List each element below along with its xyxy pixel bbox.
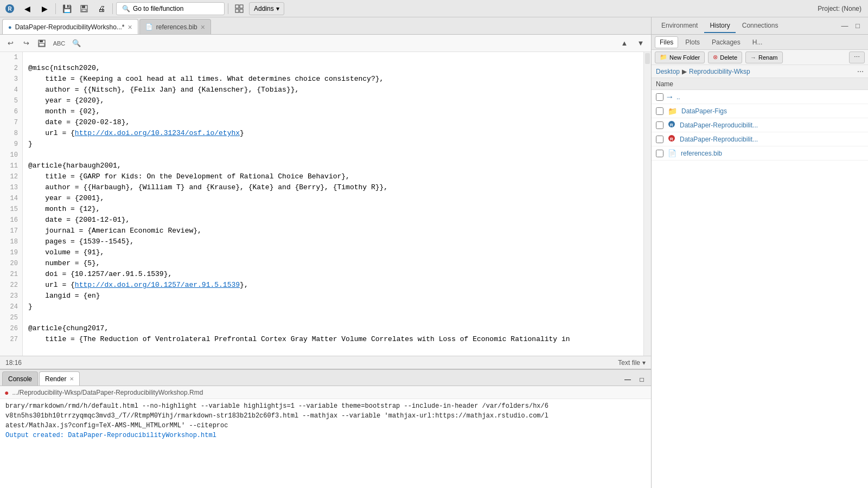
rename-icon: → [750,54,756,61]
find-button[interactable]: 🔍 [69,37,84,50]
tab-console[interactable]: Console [2,371,38,386]
print-button[interactable]: 🖨 [94,2,109,15]
code-line-22: url = {http://dx.doi.org/10.1257/aer.91.… [28,280,638,291]
new-folder-label: New Folder [669,54,700,61]
scroll-up-button[interactable]: ▲ [617,37,631,50]
tab-environment[interactable]: Environment [656,19,703,33]
checkbox-refs[interactable] [656,150,663,157]
rmd-blue-icon: R [668,120,675,130]
breadcrumb-sep1: ▶ [682,68,687,75]
addins-button[interactable]: Addins ▾ [249,2,284,15]
tab-bib-close[interactable]: × [201,23,205,31]
forward-button[interactable]: ▶ [37,2,52,15]
code-line-2: @misc{nitsch2020, [28,63,638,74]
grid-button[interactable] [232,2,247,15]
editor-save-button[interactable] [35,37,49,50]
delete-button[interactable]: ⊗ Delete [708,52,742,63]
code-line-10 [28,150,638,160]
history-tab-label: History [710,22,730,29]
code-line-20: number = {5}, [28,258,638,269]
bib-file-icon: 📄 [668,149,676,157]
separator3 [228,3,228,14]
code-line-18: pages = {1539--1545}, [28,236,638,247]
goto-label: Go to file/function [133,5,183,12]
render-tab-close[interactable]: × [69,375,74,383]
file-type-arrow: ▾ [642,359,646,367]
breadcrumb-more[interactable]: ⋯ [857,68,864,75]
maximize-console-button[interactable]: □ [636,374,648,386]
checkbox-datafigs[interactable] [656,107,663,115]
tab-files[interactable]: Files [655,36,678,48]
svg-rect-3 [82,5,85,8]
checkbox-repro1[interactable] [656,121,663,129]
code-url-link[interactable]: http://dx.doi.org/10.31234/osf.io/etyhx [75,129,240,137]
code-url-link[interactable]: http://dx.doi.org/10.1257/aer.91.5.1539 [75,281,240,289]
file-item-datafigs[interactable]: 📁 DataPaper-Figs [652,104,868,118]
checkbox-dotdot[interactable] [656,93,663,101]
editor-panel: ● DataPaper-ReproducibilityWorksho...* ×… [0,17,651,369]
code-line-23: langid = {en} [28,291,638,301]
rename-label: Renam [758,54,777,61]
repro2-label: DataPaper-Reproducibilit... [680,136,758,143]
save-all-button[interactable] [76,2,92,15]
tab-history[interactable]: History [704,19,735,33]
save-button[interactable]: 💾 [59,2,74,15]
scrollbar[interactable] [643,52,651,356]
tab-help[interactable]: H... [748,36,768,48]
more-button[interactable]: ⋯ [849,52,865,63]
undo-button[interactable]: ↩ [3,37,17,50]
refs-label: references.bib [681,150,722,157]
console-output: brary/rmarkdown/rmd/h/default.html --no-… [0,399,651,488]
new-folder-button[interactable]: 📁 New Folder [655,52,705,63]
checkbox-repro2[interactable] [656,136,663,143]
code-line-6: month = {02}, [28,106,638,117]
file-item-dotdot[interactable]: ↑ .. [652,90,868,104]
cursor-position: 18:16 [5,359,22,367]
tab-connections[interactable]: Connections [737,19,784,33]
tab-packages[interactable]: Packages [707,36,745,48]
console-line: atest/MathJax.js?config=TeX-AMS-MML_HTML… [5,421,646,431]
minimize-right-button[interactable]: — [839,20,851,32]
file-item-refs[interactable]: 📄 references.bib [652,146,868,160]
file-type-label: Text file [618,359,640,367]
code-line-16: date = {2001-12-01}, [28,215,638,226]
top-toolbar: R ◀ ▶ 💾 🖨 🔍 Go to file/function Addins ▾… [0,0,868,17]
maximize-right-button[interactable]: □ [852,20,864,32]
code-editor[interactable]: 1234567891011121314151617181920212223242… [0,52,651,356]
folder-icon: 📁 [668,107,677,115]
code-line-4: author = {{Nitsch}, {Felix Jan} and {Kal… [28,85,638,95]
breadcrumb: Desktop ▶ Reproducibility-Wksp ⋯ [652,65,868,78]
tab-rmd-close[interactable]: × [128,23,132,31]
code-content[interactable]: @misc{nitsch2020, title = {Keeping a coo… [23,52,643,356]
rename-button[interactable]: → Renam [745,52,782,63]
minimize-console-button[interactable]: — [622,374,634,386]
tab-bib[interactable]: 📄 references.bib × [139,19,211,34]
r-icon-button[interactable]: R [2,2,17,15]
file-list-header: Name [652,78,868,90]
tab-rmd[interactable]: ● DataPaper-ReproducibilityWorksho...* × [2,19,138,34]
svg-rect-6 [240,5,243,8]
tab-plots[interactable]: Plots [680,36,705,48]
tab-render[interactable]: Render × [39,371,80,386]
code-line-21: doi = {10.1257/aer.91.5.1539}, [28,269,638,280]
file-item-repro1[interactable]: R DataPaper-Reproducibilit... [652,118,868,132]
breadcrumb-home[interactable]: Desktop [656,68,680,75]
goto-file-button[interactable]: 🔍 Go to file/function [116,2,225,15]
console-path-bar: ● .../Reproducibility-Wksp/DataPaper-Rep… [0,386,651,399]
back-button[interactable]: ◀ [20,2,35,15]
addins-label: Addins [254,5,274,12]
tab-bib-label: references.bib [156,23,197,31]
spell-check-button[interactable]: ABC [50,37,68,50]
rmd-icon: ● [8,24,12,30]
console-line: v8tn5hs301bh10trrzyqmqc3mvd3_/T//RtmpM0Y… [5,411,646,421]
file-item-repro2[interactable]: R DataPaper-Reproducibilit... [652,132,868,146]
main-container: ● DataPaper-ReproducibilityWorksho...* ×… [0,17,868,488]
code-line-24: } [28,301,638,312]
breadcrumb-wksp[interactable]: Reproducibility-Wksp [689,68,750,75]
separator2 [112,3,113,14]
redo-button[interactable]: ↪ [19,37,33,50]
file-type[interactable]: Text file ▾ [618,359,646,367]
code-line-7: date = {2020-02-18}, [28,117,638,128]
svg-text:R: R [670,123,673,127]
scroll-down-button[interactable]: ▼ [634,37,648,50]
